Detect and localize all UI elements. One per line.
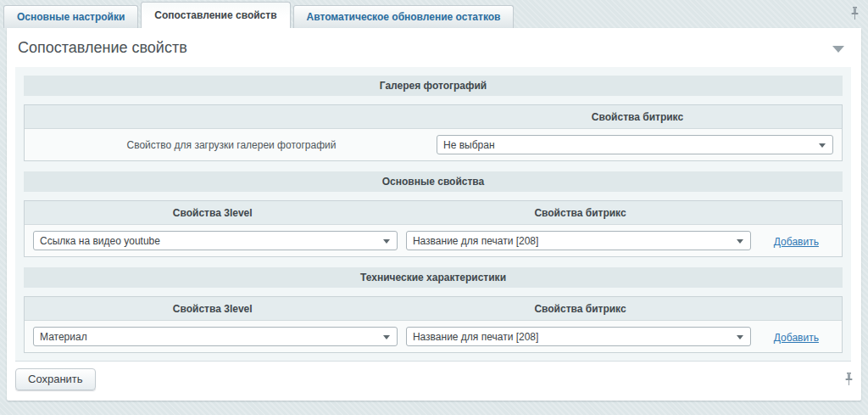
tab-main-settings[interactable]: Основные настройки (3, 5, 138, 28)
caret-down-icon (383, 239, 390, 244)
gallery-row-label: Свойство для загрузки галереи фотографий (33, 139, 430, 151)
select-value: Материал (40, 331, 87, 343)
main-props-table-header: Свойства 3level Свойства битрикс (25, 201, 842, 225)
select-value: Название для печати [208] (413, 331, 538, 343)
gallery-table: Свойства битрикс Свойство для загрузки г… (24, 104, 843, 161)
select-value: Ссылка на видео youtube (40, 235, 160, 247)
main-props-bitrix-select[interactable]: Название для печати [208] (406, 231, 751, 250)
main-props-table: Свойства 3level Свойства битрикс Ссылка … (24, 200, 843, 257)
content-panel: Сопоставление свойств Галерея фотографий… (7, 28, 861, 401)
section-title-tech: Технические характеристики (24, 267, 843, 288)
tech-3level-header: Свойства 3level (25, 303, 400, 315)
gallery-table-header: Свойства битрикс (25, 105, 842, 129)
tech-3level-select[interactable]: Материал (33, 327, 398, 346)
tech-table: Свойства 3level Свойства битрикс Материа… (24, 296, 843, 353)
gallery-row: Свойство для загрузки галереи фотографий… (25, 129, 842, 160)
select-value: Не выбран (443, 139, 495, 151)
settings-form: Галерея фотографий Свойства битрикс Свой… (15, 67, 851, 362)
pin-icon[interactable] (849, 6, 860, 21)
save-button[interactable]: Сохранить (15, 368, 96, 390)
chevron-down-icon[interactable] (832, 46, 844, 53)
tech-table-header: Свойства 3level Свойства битрикс (25, 297, 842, 321)
tab-property-mapping[interactable]: Сопоставление свойств (141, 2, 290, 28)
caret-down-icon (737, 239, 743, 244)
pin-icon[interactable] (843, 372, 854, 387)
tech-bitrix-select[interactable]: Название для печати [208] (406, 327, 751, 346)
caret-down-icon (383, 335, 390, 339)
gallery-bitrix-header: Свойства битрикс (433, 111, 842, 123)
add-main-props-mapping-link[interactable]: Добавить (774, 236, 819, 248)
section-title-main-props: Основные свойства (24, 171, 843, 192)
select-value: Название для печати [208] (413, 235, 538, 247)
caret-down-icon (819, 143, 826, 148)
main-props-3level-select[interactable]: Ссылка на видео youtube (33, 231, 398, 250)
tech-bitrix-header: Свойства битрикс (400, 303, 760, 315)
add-tech-mapping-link[interactable]: Добавить (774, 332, 819, 344)
panel-header: Сопоставление свойств (7, 28, 861, 67)
tab-stock-update[interactable]: Автоматическое обновление остатков (293, 5, 515, 28)
tab-bar: Основные настройки Сопоставление свойств… (0, 0, 868, 28)
caret-down-icon (737, 335, 743, 339)
main-props-bitrix-header: Свойства битрикс (400, 207, 760, 219)
section-title-gallery: Галерея фотографий (24, 76, 843, 96)
main-props-row: Ссылка на видео youtube Название для печ… (25, 225, 842, 256)
button-bar: Сохранить (7, 362, 861, 397)
tech-row: Материал Название для печати [208] Добав… (25, 321, 842, 352)
page-title: Сопоставление свойств (18, 39, 849, 57)
main-props-3level-header: Свойства 3level (25, 207, 400, 219)
gallery-bitrix-select[interactable]: Не выбран (437, 135, 833, 154)
